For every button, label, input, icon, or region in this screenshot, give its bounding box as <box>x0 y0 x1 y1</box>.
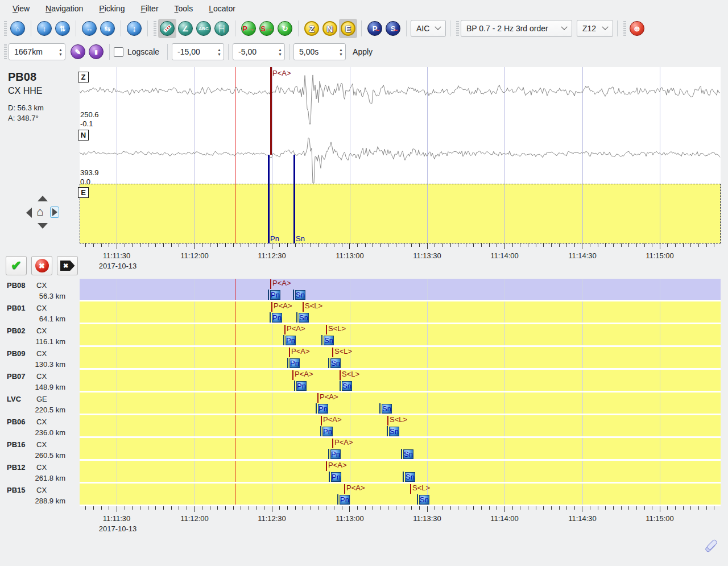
spinner-arrows[interactable]: ▲▼ <box>333 48 343 56</box>
menu-item-view[interactable]: View <box>6 2 36 15</box>
component-e-button[interactable]: E <box>339 19 357 38</box>
compress-horizontal-button[interactable]: ⇆ <box>98 19 117 38</box>
pick-marker-pa[interactable] <box>292 370 293 380</box>
confirm-pick-button[interactable]: ✔ <box>6 256 27 275</box>
pick-marker-pn[interactable] <box>316 403 317 414</box>
station-row-label-pb07[interactable]: PB07CX148.9 km <box>0 370 80 393</box>
pick-marker-pa[interactable] <box>284 325 286 334</box>
size-grip-icon[interactable] <box>704 539 718 554</box>
nav-up-button[interactable] <box>38 196 48 201</box>
home-button[interactable]: ⌂ <box>9 19 27 38</box>
station-row-label-pb12[interactable]: PB12CX261.8 km <box>0 461 80 484</box>
station-row-label-pb02[interactable]: PB02CX116.1 km <box>0 324 80 347</box>
trace-view[interactable]: P<A>PnSn Z N E 250.6 -0.1 393.9 0.0 <box>80 67 721 243</box>
toolbar-handle[interactable] <box>623 21 626 36</box>
pick-marker-pn[interactable] <box>270 312 271 323</box>
station-row-trace-pb09[interactable]: P<A>S<L>PnSn <box>80 347 721 370</box>
station-row-trace-pb15[interactable]: P<A>S<L>PnSn <box>80 484 721 506</box>
pick-marker-sl[interactable] <box>303 302 304 312</box>
station-row-trace-pb07[interactable]: P<A>S<L>PnSn <box>80 370 721 393</box>
pick-marker-pa[interactable] <box>332 439 333 448</box>
toolbar-handle[interactable] <box>154 21 156 36</box>
nav-left-button[interactable] <box>26 208 32 218</box>
station-row-label-pb08[interactable]: PB08CX56.3 km <box>0 279 80 301</box>
rotation-combo[interactable]: Z12 <box>577 20 613 37</box>
station-row-label-lvc[interactable]: LVCGE220.5 km <box>0 393 80 415</box>
pick-marker-sl[interactable] <box>326 325 327 334</box>
station-row-label-pb15[interactable]: PB15CX288.9 km <box>0 484 80 506</box>
pick-marker-pn[interactable] <box>328 449 329 459</box>
spinner-arrows[interactable]: ▲▼ <box>272 48 282 56</box>
pick-marker-sl[interactable] <box>387 416 388 425</box>
station-row-trace-pb12[interactable]: P<A>PnSn <box>80 461 721 484</box>
component-z-button[interactable]: Z <box>303 19 321 38</box>
pick-marker-sn[interactable] <box>403 472 404 482</box>
expand-horizontal-button[interactable]: ↔ <box>80 19 98 38</box>
toolbar-handle[interactable] <box>4 44 7 59</box>
nav-right-button[interactable] <box>50 206 59 218</box>
pick-line-pa[interactable] <box>270 67 272 155</box>
pick-marker-pn[interactable] <box>283 335 284 345</box>
pick-marker-sn[interactable] <box>293 290 294 300</box>
expand-vertical-button[interactable]: ↕ <box>35 19 53 38</box>
nav-down-button[interactable] <box>38 223 48 229</box>
edit-picker-settings-button[interactable]: ✎ <box>69 42 87 61</box>
pick-p-button[interactable]: P→ <box>239 19 258 38</box>
window-length-spinner[interactable]: 5,00s ▲▼ <box>293 43 346 60</box>
pick-marker-pa[interactable] <box>344 484 345 494</box>
time-post-spinner[interactable]: -5,00 ▲▼ <box>233 43 285 60</box>
pick-line-sn[interactable] <box>293 155 295 243</box>
station-row-trace-lvc[interactable]: P<A>PnSn <box>80 393 721 415</box>
station-row-label-pb09[interactable]: PB09CX130.3 km <box>0 347 80 370</box>
pick-marker-pa[interactable] <box>326 461 327 471</box>
pick-marker-sn[interactable] <box>417 494 418 505</box>
angle-tool-button[interactable]: ∠ <box>176 19 195 38</box>
compress-vertical-button[interactable]: ⇅ <box>53 19 72 38</box>
pick-marker-pa[interactable] <box>270 279 271 289</box>
picker-algorithm-combo[interactable]: AIC <box>411 20 446 37</box>
sort-alphabetical-button[interactable]: ABC <box>195 19 213 38</box>
pick-marker-pa[interactable] <box>317 393 318 403</box>
menu-item-navigation[interactable]: Navigation <box>39 2 90 15</box>
filter-combo[interactable]: BP 0.7 - 2 Hz 3rd order <box>461 20 572 37</box>
spinner-arrows[interactable]: ▲▼ <box>53 48 63 56</box>
theoretical-s-button[interactable]: S∼ <box>384 19 402 38</box>
menu-item-tools[interactable]: Tools <box>168 2 200 15</box>
pick-marker-sl[interactable] <box>410 484 411 494</box>
sort-distance-button[interactable]: ├┤ <box>213 19 231 38</box>
relocate-button[interactable]: ↻ <box>276 19 294 38</box>
pick-marker-sl[interactable] <box>332 348 333 357</box>
toolbar-handle[interactable] <box>4 21 7 36</box>
station-row-trace-pb01[interactable]: P<A>S<L>PnSn <box>80 301 721 324</box>
apply-button[interactable]: Apply <box>353 47 373 56</box>
locate-button[interactable]: ⊕ <box>628 19 646 38</box>
component-n-button[interactable]: N <box>321 19 339 38</box>
menu-item-locator[interactable]: Locator <box>202 2 242 15</box>
distance-range-spinner[interactable]: 1667km ▲▼ <box>9 43 65 60</box>
station-row-trace-pb16[interactable]: P<A>PnSn <box>80 438 721 461</box>
pick-marker-pn[interactable] <box>268 290 269 300</box>
menu-item-picking[interactable]: Picking <box>92 2 131 15</box>
pick-marker-pn[interactable] <box>320 426 321 436</box>
pick-marker-pa[interactable] <box>321 416 322 425</box>
theoretical-p-button[interactable]: P∼ <box>366 19 384 38</box>
pick-marker-sn[interactable] <box>401 449 402 459</box>
skip-trace-button[interactable]: ✖ <box>57 256 78 275</box>
picker-config-button[interactable]: ▮ <box>87 42 105 61</box>
pick-marker-pn[interactable] <box>294 381 295 391</box>
menu-item-filter[interactable]: Filter <box>134 2 165 15</box>
pick-s-button[interactable]: S→ <box>258 19 276 38</box>
pick-marker-sn[interactable] <box>296 312 297 323</box>
station-row-trace-pb08[interactable]: P<A>PnSn <box>80 279 721 301</box>
pick-line-pn[interactable] <box>268 155 270 243</box>
ruler-pick-tool-button[interactable] <box>158 19 176 38</box>
station-row-trace-pb06[interactable]: P<A>S<L>PnSn <box>80 415 721 438</box>
logscale-checkbox[interactable] <box>114 47 123 57</box>
pick-marker-sn[interactable] <box>340 381 341 391</box>
station-row-trace-pb02[interactable]: P<A>S<L>PnSn <box>80 324 721 347</box>
time-pre-spinner[interactable]: -15,00 ▲▼ <box>172 43 224 60</box>
pick-marker-sn[interactable] <box>387 426 388 436</box>
station-row-label-pb16[interactable]: PB16CX260.5 km <box>0 438 80 461</box>
pick-marker-pn[interactable] <box>329 472 330 482</box>
pick-marker-sn[interactable] <box>379 403 380 414</box>
